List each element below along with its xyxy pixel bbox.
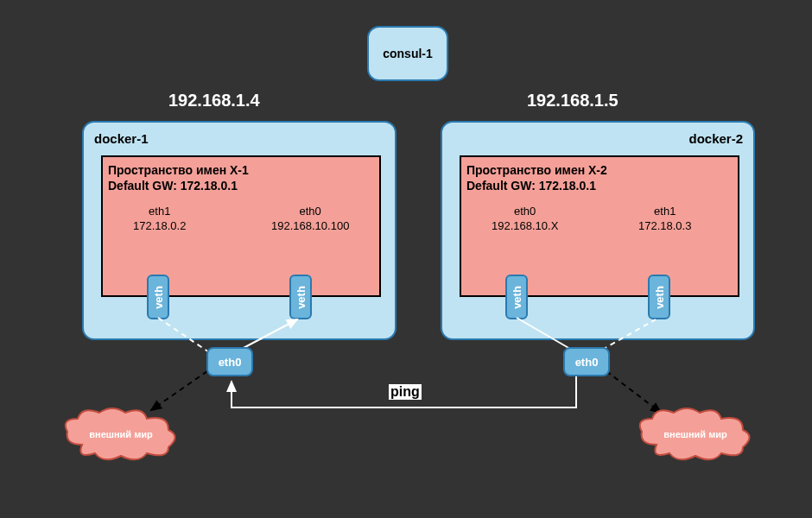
- cloud-left: внешний мир: [60, 406, 181, 462]
- veth-box-right-a: veth: [505, 275, 528, 319]
- cloud-left-label: внешний мир: [89, 429, 153, 439]
- iface-right-eth1: eth1 172.18.0.3: [638, 205, 691, 234]
- ns-left-title: Пространство имен X-1 Default GW: 172.18…: [103, 157, 379, 193]
- host-left-ip: 192.168.1.4: [168, 91, 260, 111]
- veth-label: veth: [653, 286, 666, 309]
- ns-right-title1: Пространство имен X-2: [466, 163, 607, 177]
- ns-right-title: Пространство имен X-2 Default GW: 172.18…: [461, 157, 738, 193]
- veth-label: veth: [295, 286, 308, 309]
- iface-name: eth1: [638, 205, 691, 219]
- consul-node: consul-1: [367, 26, 448, 81]
- ns-right-title2: Default GW: 172.18.0.1: [466, 179, 596, 193]
- iface-ip: 192.168.10.100: [271, 219, 349, 234]
- veth-box-left-a: veth: [147, 275, 169, 319]
- docker-box-right: docker-2 Пространство имен X-2 Default G…: [441, 121, 755, 340]
- iface-right-eth0: eth0 192.168.10.X: [492, 205, 558, 234]
- docker-left-label: docker-1: [94, 131, 149, 146]
- iface-ip: 192.168.10.X: [492, 219, 558, 234]
- namespace-right: Пространство имен X-2 Default GW: 172.18…: [460, 155, 739, 297]
- docker-right-label: docker-2: [688, 131, 743, 146]
- veth-label: veth: [152, 286, 165, 309]
- eth0-right: eth0: [563, 347, 610, 376]
- eth0-label: eth0: [575, 356, 599, 369]
- veth-box-right-b: veth: [648, 275, 670, 319]
- ns-left-title1: Пространство имен X-1: [108, 163, 249, 177]
- iface-name: eth0: [271, 205, 349, 219]
- eth0-left: eth0: [206, 347, 253, 376]
- iface-left-eth1: eth1 172.18.0.2: [133, 205, 186, 234]
- host-right-ip: 192.168.1.5: [527, 91, 619, 111]
- namespace-left: Пространство имен X-1 Default GW: 172.18…: [101, 155, 381, 297]
- eth0-label: eth0: [219, 356, 242, 369]
- svg-line-2: [151, 371, 207, 410]
- cloud-right: внешний мир: [635, 406, 756, 462]
- ping-label: ping: [389, 384, 422, 400]
- iface-ip: 172.18.0.3: [638, 219, 691, 234]
- diagram-canvas: consul-1 192.168.1.4 192.168.1.5 docker-…: [0, 0, 812, 518]
- consul-label: consul-1: [383, 47, 433, 60]
- veth-box-left-b: veth: [289, 275, 312, 319]
- iface-left-eth0: eth0 192.168.10.100: [271, 205, 349, 234]
- docker-box-left: docker-1 Пространство имен X-1 Default G…: [82, 121, 396, 340]
- cloud-right-label: внешний мир: [663, 429, 727, 439]
- ns-left-title2: Default GW: 172.18.0.1: [108, 179, 238, 193]
- iface-name: eth1: [133, 205, 186, 219]
- iface-ip: 172.18.0.2: [133, 219, 186, 234]
- iface-name: eth0: [492, 205, 558, 219]
- veth-label: veth: [511, 286, 523, 309]
